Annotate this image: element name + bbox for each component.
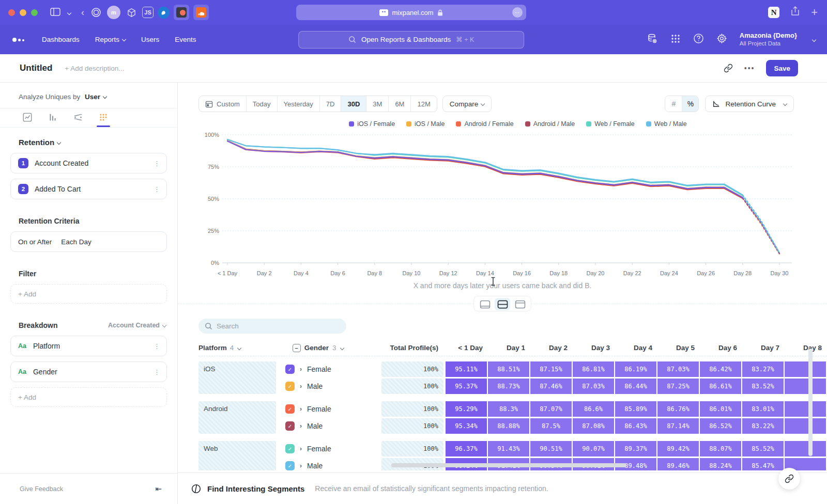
- retention-value-cell[interactable]: 89.42%: [657, 441, 699, 456]
- chart-series-line[interactable]: [227, 141, 743, 199]
- retention-value-cell[interactable]: 87.03%: [573, 379, 614, 394]
- column-header-day[interactable]: Day 5: [657, 344, 699, 352]
- retention-value-cell[interactable]: 85.89%: [615, 401, 656, 417]
- column-header-day[interactable]: < 1 Day: [446, 344, 487, 352]
- tab-funnels[interactable]: [46, 113, 59, 127]
- column-header-day[interactable]: Day 6: [700, 344, 741, 352]
- retention-value-cell[interactable]: 88.24%: [700, 458, 741, 470]
- address-more-icon[interactable]: ⋯: [512, 7, 523, 18]
- retention-value-cell[interactable]: 86.61%: [700, 379, 741, 394]
- tab-retention[interactable]: [97, 113, 110, 127]
- legend-item[interactable]: Web / Female: [586, 120, 635, 128]
- retention-value-cell[interactable]: 86.81%: [573, 361, 614, 377]
- column-header-day[interactable]: Day 2: [530, 344, 572, 352]
- vertical-scrollbar[interactable]: [808, 349, 813, 456]
- retention-criteria-card[interactable]: On or After Each Day: [10, 231, 167, 252]
- analyze-uniques-row[interactable]: Analyze Uniques by User: [0, 83, 177, 108]
- breakdown-card-platform[interactable]: Aa Platform ⋮: [10, 336, 167, 356]
- platform-cell[interactable]: Web: [198, 441, 276, 470]
- project-switcher[interactable]: Amazonia {Demo} All Project Data: [740, 32, 797, 48]
- extension-js-icon[interactable]: JS: [142, 7, 154, 18]
- extension-patreon-icon[interactable]: [174, 5, 189, 20]
- range-30d-selected[interactable]: 30D: [341, 96, 366, 112]
- chart-series-line-projected[interactable]: [743, 198, 779, 254]
- retention-value-cell[interactable]: 86.44%: [615, 379, 656, 394]
- add-description-placeholder[interactable]: + Add description...: [65, 65, 124, 72]
- retention-value-cell[interactable]: 86.52%: [700, 418, 741, 434]
- retention-value-cell[interactable]: 89.37%: [615, 441, 656, 456]
- range-custom[interactable]: Custom: [199, 96, 247, 112]
- retention-value-cell[interactable]: 86.43%: [615, 418, 656, 434]
- retention-value-cell[interactable]: 86.01%: [700, 401, 741, 417]
- retention-value-cell[interactable]: 86.76%: [657, 401, 699, 417]
- chart-series-line[interactable]: [227, 141, 743, 197]
- row-checkbox[interactable]: ✓: [285, 421, 295, 431]
- range-7d[interactable]: 7D: [320, 96, 342, 112]
- row-checkbox[interactable]: ✓: [285, 444, 295, 453]
- retention-value-cell[interactable]: [785, 418, 826, 434]
- legend-item[interactable]: iOS / Male: [406, 120, 445, 128]
- chart-series-line[interactable]: [227, 139, 743, 195]
- step-card-added-to-cart[interactable]: 2 Added To Cart ⋮: [10, 179, 167, 199]
- give-feedback-link[interactable]: Give Feedback: [20, 485, 63, 493]
- retention-value-cell[interactable]: 95.29%: [446, 401, 487, 417]
- platform-cell[interactable]: iOS: [198, 361, 276, 394]
- column-header-day[interactable]: Day 8: [785, 344, 826, 352]
- retention-value-cell[interactable]: 85.52%: [742, 441, 784, 456]
- minimize-window-button[interactable]: [20, 9, 26, 16]
- range-6m[interactable]: 6M: [389, 96, 411, 112]
- collapse-sidebar-icon[interactable]: ⇤: [155, 484, 162, 494]
- chart-series-line[interactable]: [227, 140, 743, 197]
- gender-cell[interactable]: ✓ › Female: [282, 361, 375, 377]
- retention-value-cell[interactable]: 95.11%: [446, 361, 487, 377]
- row-checkbox[interactable]: ✓: [285, 404, 295, 414]
- retention-value-cell[interactable]: 88.3%: [488, 401, 529, 417]
- retention-value-cell[interactable]: [785, 401, 826, 417]
- settings-gear-icon[interactable]: [716, 33, 727, 46]
- find-segments-title[interactable]: Find Interesting Segments: [207, 484, 304, 493]
- row-checkbox[interactable]: ✓: [285, 365, 295, 374]
- column-header-day[interactable]: Day 1: [488, 344, 529, 352]
- tab-chevron-icon[interactable]: [68, 8, 71, 17]
- retention-value-cell[interactable]: 87.08%: [573, 418, 614, 434]
- retention-value-cell[interactable]: 83.52%: [742, 379, 784, 394]
- breakdown-add-button[interactable]: + Add: [10, 387, 167, 407]
- chart-series-line-projected[interactable]: [743, 198, 779, 254]
- retention-value-cell[interactable]: 96.37%: [446, 441, 487, 456]
- column-header-platform[interactable]: Platform4: [198, 344, 286, 352]
- retention-value-cell[interactable]: 88.51%: [488, 361, 529, 377]
- share-icon[interactable]: [791, 6, 800, 19]
- window-controls[interactable]: [8, 9, 38, 16]
- layout-table-only-button[interactable]: [512, 298, 528, 310]
- legend-item[interactable]: iOS / Female: [349, 120, 395, 128]
- retention-value-cell[interactable]: [785, 379, 826, 394]
- retention-value-cell[interactable]: 87.25%: [657, 379, 699, 394]
- table-search-input[interactable]: Search: [198, 319, 346, 334]
- indeterminate-checkbox[interactable]: –: [293, 344, 301, 352]
- layout-split-button[interactable]: [495, 298, 510, 310]
- report-title[interactable]: Untitled: [20, 63, 52, 73]
- retention-value-cell[interactable]: 88.73%: [488, 379, 529, 394]
- analyze-value[interactable]: User: [85, 93, 100, 101]
- unit-percent-button[interactable]: %: [682, 96, 698, 112]
- extension-m-icon[interactable]: m: [107, 6, 120, 19]
- retention-value-cell[interactable]: 86.6%: [573, 401, 614, 417]
- maximize-window-button[interactable]: [31, 9, 38, 16]
- legend-item[interactable]: Android / Female: [456, 120, 513, 128]
- nav-item-reports[interactable]: Reports: [95, 36, 126, 43]
- criteria-on-or-after[interactable]: On or After: [18, 238, 52, 246]
- column-header-day[interactable]: Day 3: [573, 344, 614, 352]
- unit-number-button[interactable]: #: [665, 96, 682, 112]
- column-header-total[interactable]: Total Profile(s): [385, 344, 443, 352]
- nav-item-dashboards[interactable]: Dashboards: [42, 36, 80, 43]
- more-options-icon[interactable]: •••: [744, 64, 755, 72]
- back-icon[interactable]: ‹: [81, 7, 84, 18]
- kebab-menu-icon[interactable]: ⋮: [154, 368, 160, 376]
- kebab-menu-icon[interactable]: ⋮: [154, 160, 160, 167]
- layout-chart-only-button[interactable]: [477, 298, 493, 310]
- new-tab-icon[interactable]: +: [811, 6, 818, 19]
- copy-link-icon[interactable]: [724, 64, 733, 73]
- chart-type-dropdown[interactable]: Retention Curve: [705, 96, 794, 112]
- expand-chevron-icon[interactable]: ›: [300, 422, 302, 430]
- gender-cell[interactable]: ✓ › Male: [282, 458, 375, 470]
